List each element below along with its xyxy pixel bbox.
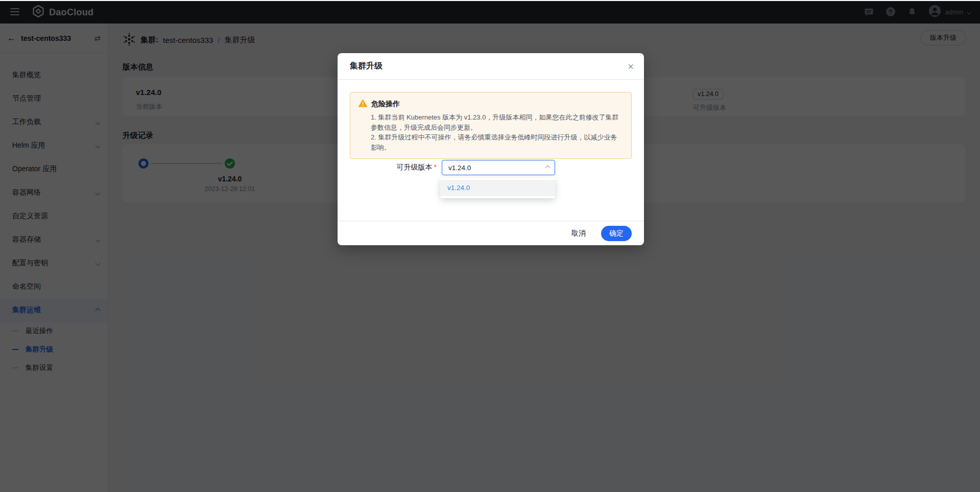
cancel-button[interactable]: 取消	[563, 229, 594, 238]
window-top-edge	[0, 0, 980, 1]
modal-footer: 取消 确定	[338, 221, 644, 245]
version-option[interactable]: v1.24.0	[440, 180, 555, 196]
warning-line-2: 2. 集群升级过程中不可操作，请务必慎重选择业务低峰时间段进行升级，以减少业务影…	[371, 132, 623, 152]
chevron-up-icon	[545, 165, 551, 170]
cluster-upgrade-modal: 集群升级 × 危险操作 1. 集群当前 Kubernetes 版本为 v1.23…	[338, 53, 644, 245]
upgradable-version-form-row: 可升级版本* v1.24.0	[338, 160, 644, 175]
version-select[interactable]: v1.24.0	[442, 160, 555, 175]
required-asterisk: *	[434, 163, 437, 171]
danger-warning-box: 危险操作 1. 集群当前 Kubernetes 版本为 v1.23.0，升级版本…	[350, 92, 632, 159]
modal-header: 集群升级 ×	[338, 53, 644, 80]
version-dropdown-panel: v1.24.0	[440, 178, 555, 198]
confirm-button[interactable]: 确定	[601, 226, 632, 241]
version-select-value: v1.24.0	[448, 164, 546, 172]
warning-triangle-icon	[358, 99, 367, 109]
close-icon[interactable]: ×	[628, 61, 634, 72]
select-label: 可升级版本*	[338, 163, 437, 172]
modal-title: 集群升级	[350, 61, 628, 72]
warning-title: 危险操作	[371, 100, 400, 109]
warning-line-1: 1. 集群当前 Kubernetes 版本为 v1.23.0，升级版本相同，如果…	[371, 112, 623, 132]
